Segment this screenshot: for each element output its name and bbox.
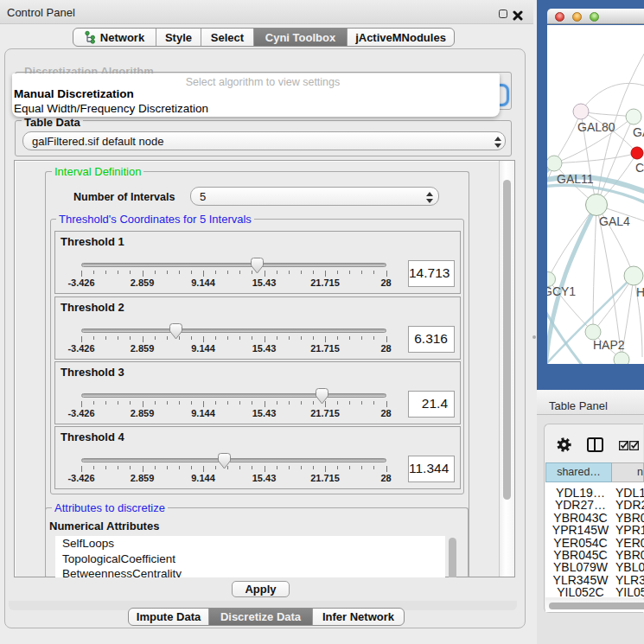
svg-text:GAL80: GAL80 — [577, 120, 615, 134]
svg-text:GAL4: GAL4 — [599, 214, 630, 228]
svg-text:GCY1: GCY1 — [547, 284, 576, 298]
svg-text:HAP2: HAP2 — [593, 338, 625, 352]
svg-text:GAL11: GAL11 — [557, 172, 594, 186]
svg-text:GA: GA — [633, 125, 644, 139]
svg-text:C: C — [635, 161, 644, 175]
svg-text:HA: HA — [636, 285, 644, 299]
